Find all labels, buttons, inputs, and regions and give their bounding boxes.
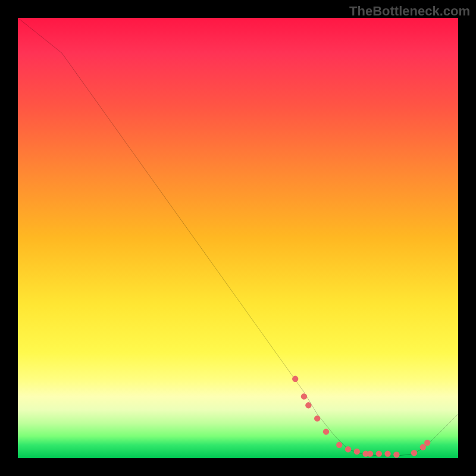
watermark-text: TheBottleneck.com	[349, 4, 470, 19]
chart-background	[18, 18, 458, 458]
